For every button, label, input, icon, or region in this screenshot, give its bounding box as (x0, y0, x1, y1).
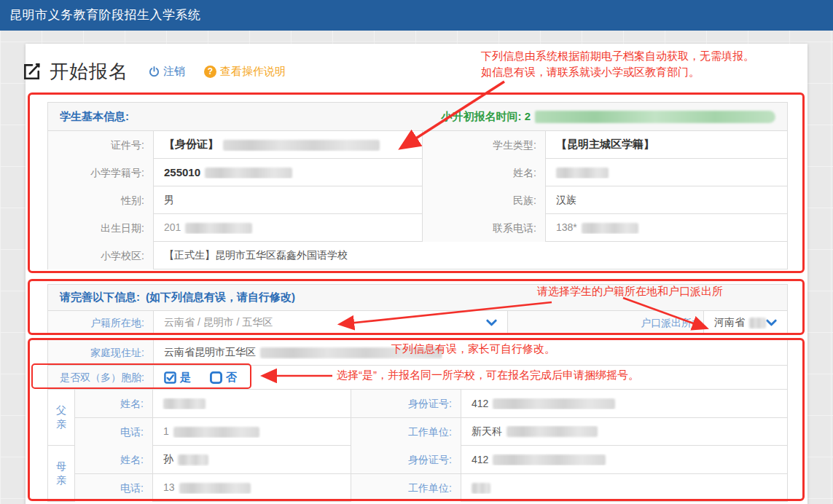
table-row: 证件号: 【身份证】 学生类型: 【昆明主城区学籍】 (48, 130, 787, 158)
table-row: 姓名: 身份证号: 412 (75, 390, 787, 417)
redacted-value (173, 427, 259, 438)
student-section-header: 学生基本信息: 小升初报名时间: 2 (48, 103, 787, 130)
mother-title: 母亲 (48, 446, 75, 501)
table-row: 小学校区: 【正式生】昆明市五华区磊鑫外国语学校 (48, 241, 787, 269)
student-type-label: 学生类型: (422, 131, 546, 159)
redacted-value (493, 398, 615, 409)
student-id-value: 255010 (154, 166, 422, 179)
page-title: 开始报名 (50, 59, 128, 84)
address-label: 家庭现住址: (48, 340, 154, 365)
redacted-deadline (535, 111, 775, 123)
mother-id-value: 412 (461, 454, 787, 466)
app-title: 昆明市义务教育阶段招生入学系统 (9, 8, 201, 22)
father-group: 父亲 姓名: 身份证号: 412 电话: 1 工作单位: 新天科 (48, 389, 787, 445)
dob-value: 201 (154, 221, 422, 234)
campus-value: 【正式生】昆明市五华区磊鑫外国语学校 (154, 249, 422, 262)
redacted-value (493, 454, 606, 465)
redacted-value (507, 426, 598, 437)
complete-section-header: 请完善以下信息: (如下列信息有误，请自行修改) (48, 285, 787, 310)
redacted-value (185, 223, 252, 234)
table-row: 家庭现住址: 云南省昆明市五华区 (48, 340, 787, 365)
power-icon (149, 66, 160, 77)
redacted-value (472, 483, 490, 494)
table-row: 性别: 男 民族: 汉族 (48, 186, 787, 213)
logout-button[interactable]: 注销 (149, 65, 185, 79)
edit-icon (22, 62, 41, 81)
redacted-value (582, 223, 638, 234)
address-value: 云南省昆明市五华区 (154, 346, 442, 359)
name-label: 姓名: (422, 159, 546, 186)
twin-options: 是 否 (154, 371, 256, 385)
father-work-label: 工作单位: (351, 418, 461, 446)
father-id-value: 412 (461, 398, 787, 410)
table-row: 电话: 1 工作单位: 新天科 (75, 417, 787, 445)
student-id-label: 小学学籍号: (48, 159, 154, 186)
question-icon: ? (204, 66, 216, 78)
cert-label: 证件号: (48, 131, 154, 159)
redacted-value (223, 140, 380, 151)
redacted-value (178, 454, 208, 465)
mother-phone-value: 13 (153, 481, 351, 494)
student-section-title: 学生基本信息: (48, 110, 129, 124)
student-type-value: 【昆明主城区学籍】 (546, 138, 787, 151)
ethnic-label: 民族: (422, 186, 546, 214)
help-link[interactable]: ? 查看操作说明 (204, 65, 286, 79)
app-header: 昆明市义务教育阶段招生入学系统 (0, 0, 833, 31)
student-info-table: 学生基本信息: 小升初报名时间: 2 证件号: 【身份证】 学生类型: 【昆明主… (47, 102, 788, 269)
father-name-label: 姓名: (75, 390, 153, 417)
phone-label: 联系电话: (422, 214, 546, 242)
mother-work-value (461, 481, 787, 494)
father-work-value: 新天科 (461, 425, 787, 438)
father-id-label: 身份证号: (351, 390, 461, 417)
father-phone-value: 1 (153, 425, 351, 438)
gender-value: 男 (154, 194, 422, 207)
twin-yes-checkbox[interactable]: 是 (164, 371, 191, 385)
father-phone-label: 电话: (75, 418, 153, 446)
phone-value: 138* (546, 221, 787, 234)
enrollment-deadline: 小升初报名时间: 2 (441, 110, 787, 124)
twin-no-checkbox[interactable]: 否 (210, 371, 237, 385)
name-value (546, 166, 787, 178)
table-row: 电话: 13 工作单位: (75, 473, 787, 501)
unchecked-checkbox-icon (210, 371, 222, 384)
gender-label: 性别: (48, 186, 154, 214)
police-label: 户口派出所: (507, 311, 704, 335)
checked-checkbox-icon (164, 371, 176, 384)
dob-label: 出生日期: (48, 214, 154, 242)
hukou-label: 户籍所在地: (48, 311, 154, 335)
mother-name-label: 姓名: (75, 446, 153, 473)
ethnic-value: 汉族 (546, 194, 787, 207)
table-row: 出生日期: 201 联系电话: 138* (48, 213, 787, 241)
complete-section-title: 请完善以下信息: (48, 291, 140, 304)
mother-work-label: 工作单位: (351, 474, 461, 502)
father-title: 父亲 (48, 390, 75, 445)
campus-label: 小学校区: (48, 242, 154, 269)
mother-group: 母亲 姓名: 孙 身份证号: 412 电话: 13 工作单位: (48, 445, 787, 501)
table-row: 小学学籍号: 255010 姓名: (48, 158, 787, 186)
redacted-value (749, 318, 766, 328)
mother-name-value: 孙 (153, 453, 351, 466)
mother-id-label: 身份证号: (351, 446, 461, 473)
cert-value: 【身份证】 (154, 138, 422, 151)
police-select[interactable]: 河南省 (704, 316, 787, 329)
twin-label: 是否双（多）胞胎: (48, 366, 154, 389)
redacted-value (205, 168, 292, 178)
redacted-value (556, 168, 609, 178)
hukou-select[interactable]: 云南省 / 昆明市 / 五华区 (154, 316, 507, 329)
chevron-down-icon[interactable] (486, 319, 497, 326)
complete-section-subtitle: (如下列信息有误，请自行修改) (140, 291, 295, 304)
chevron-down-icon[interactable] (766, 319, 777, 326)
father-name-value (153, 398, 351, 410)
mother-phone-label: 电话: (75, 474, 153, 502)
redacted-value (179, 483, 251, 494)
twin-row: 是否双（多）胞胎: 是 否 (48, 365, 787, 389)
complete-info-table: 请完善以下信息: (如下列信息有误，请自行修改) 户籍所在地: 云南省 / 昆明… (47, 284, 788, 335)
table-row: 户籍所在地: 云南省 / 昆明市 / 五华区 户口派出所: 河南省 (48, 310, 787, 334)
table-row: 姓名: 孙 身份证号: 412 (75, 446, 787, 473)
redacted-value (260, 347, 442, 358)
family-info-table: 家庭现住址: 云南省昆明市五华区 是否双（多）胞胎: 是 否 父亲 姓名: 身份… (47, 339, 788, 502)
redacted-value (163, 398, 206, 409)
